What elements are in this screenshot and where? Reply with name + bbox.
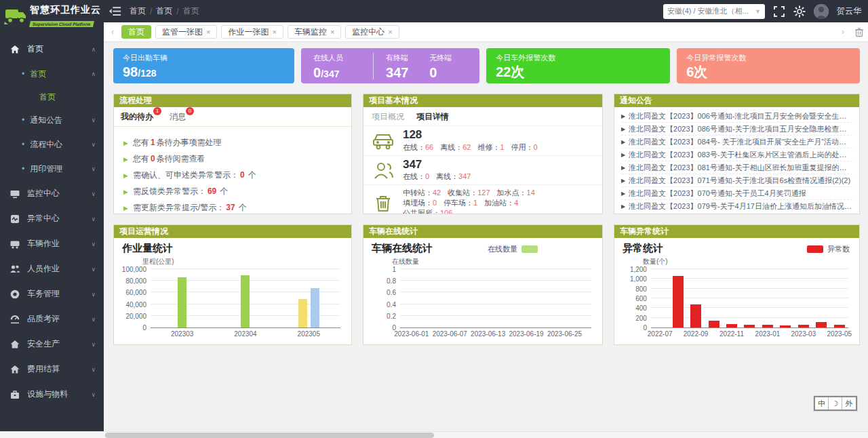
tab-scroll-left-icon[interactable]: ‹ [108, 27, 117, 37]
sidebar-item-人员作业[interactable]: 人员作业∨ [0, 256, 104, 281]
process-list: ▶您有1条待办事项需处理▶您有0条待阅需查看▶需确认、可申述类异常警示：0 个▶… [114, 127, 351, 214]
notice-list: ▶淮北同盈文【2023】006号通知-淮北项目五月安全例会暨安全生产月启动会…▶… [614, 107, 859, 214]
chart-x-tick: 2023-06-19 [509, 330, 543, 338]
chart-x-tick: 2023-06-13 [471, 330, 505, 338]
process-item[interactable]: ▶需更新类异常提示/警示：37 个 [123, 202, 342, 214]
chart-y-tick: 0.8 [387, 277, 396, 285]
process-item[interactable]: ▶需确认、可申述类异常警示：0 个 [123, 170, 342, 181]
sidebar-item-监控中心[interactable]: 监控中心∨ [0, 181, 104, 206]
org-select-dropdown[interactable]: 安徽(4) / 安徽淮北（相... ▼ [663, 4, 765, 19]
sidebar-item-品质考评[interactable]: 品质考评∨ [0, 306, 104, 332]
process-item[interactable]: ▶您有1条待办事项需处理 [123, 137, 342, 148]
logo-text-block: 智慧环卫作业云 Supervision Cloud Platform [30, 4, 101, 28]
fullscreen-icon[interactable] [773, 5, 785, 18]
caret-right-icon: ▶ [621, 139, 625, 145]
sidebar-item-首页[interactable]: •首页∧ [0, 62, 104, 86]
sidebar-item-用印管理[interactable]: •用印管理∨ [0, 157, 104, 181]
stat-card-3[interactable]: 今日异常报警次数6次 [677, 48, 860, 83]
sidebar-item-车务管理[interactable]: 车务管理∨ [0, 281, 104, 306]
chart-y-tick: 1 [392, 266, 396, 273]
stat-label: 在线人员 [313, 53, 370, 63]
stat-pair: 维修：1 [477, 143, 511, 151]
notice-item[interactable]: ▶淮北同盈文【2023】006号通知-淮北项目五月安全例会暨安全生产月启动会… [621, 110, 852, 123]
stat-card-2[interactable]: 今日车外报警次数22次 [486, 48, 670, 83]
tab-监控中心[interactable]: 监控中心× [345, 25, 399, 39]
caret-right-icon: ▶ [621, 165, 625, 171]
stat-pair: 填埋场：0 [403, 199, 443, 207]
notice-item[interactable]: ▶淮北同盈文【2023】079号-关于4月17日油价上涨通知后加油情况通报 [621, 200, 852, 213]
sidebar-collapse-icon[interactable] [109, 5, 123, 18]
user-avatar[interactable] [814, 4, 829, 19]
tab-scroll-right-icon[interactable]: › [838, 27, 848, 37]
horizontal-scrollbar-thumb[interactable] [105, 433, 434, 438]
username[interactable]: 贺云华 [837, 5, 861, 17]
stat-card-0[interactable]: 今日出勤车辆98/128 [113, 48, 294, 83]
tab-close-icon[interactable]: × [388, 28, 392, 36]
sidebar-item-流程中心[interactable]: •流程中心∨ [0, 132, 104, 157]
chart-gridline [651, 268, 848, 269]
process-tab-我的待办[interactable]: 我的待办1 [121, 111, 153, 126]
sidebar-item-异常中心[interactable]: 异常中心∨ [0, 206, 104, 231]
stat-value: 6次 [686, 65, 850, 79]
sidebar-item-设施与物料[interactable]: 设施与物料∨ [0, 382, 104, 407]
language-float-widget: 中☽外 [814, 396, 857, 411]
sidebar-item-通知公告[interactable]: •通知公告∨ [0, 108, 104, 132]
breadcrumb-separator: / [176, 7, 178, 16]
notice-item[interactable]: ▶淮北同盈文【2023】086号通知-关于淮北项目五月安全隐患检查情况通告 [621, 123, 852, 136]
breadcrumb-link[interactable]: 首页 [156, 5, 172, 17]
horizontal-scrollbar [0, 431, 868, 438]
badge-count: 1 [153, 107, 161, 115]
notice-item[interactable]: ▶淮北同盈文【2023】070号通知-关于员工4月奖罚通报 [621, 187, 852, 200]
facility-icon [9, 389, 20, 400]
tab-project-overview[interactable]: 项目概况 [372, 111, 404, 123]
stat-pair: 在线：0 [403, 172, 436, 180]
notice-item[interactable]: ▶淮北同盈文【2023】083号-关于杜集区东片区主管酒后上岗的处罚通告 [621, 148, 852, 161]
notice-item-text: 淮北同盈文【2023】079号-关于4月17日油价上涨通知后加油情况通报 [629, 201, 852, 212]
sidebar-item-label: 用印管理 [30, 163, 62, 175]
float-widget-button-2[interactable]: 外 [842, 397, 856, 410]
tab-车辆监控[interactable]: 车辆监控× [288, 25, 341, 39]
float-widget-button-0[interactable]: 中 [815, 397, 829, 410]
notice-item[interactable]: ▶淮北同盈文【2023】071号通知-关于淮北项目6s检查情况通报(2)(2) [621, 174, 852, 187]
tab-作业一张图[interactable]: 作业一张图× [221, 25, 283, 39]
chevron-down-icon: ∨ [91, 216, 96, 222]
vehicle-exception-chart: 异常统计数量(个)异常数02004006008001,0001,2002022-… [614, 238, 859, 344]
tab-close-icon[interactable]: × [272, 28, 276, 36]
notice-item-text: 淮北同盈文【2023】070号通知-关于员工4月奖罚通报 [629, 188, 806, 199]
stat-value: 22次 [496, 65, 660, 79]
notice-item[interactable]: ▶淮北同盈文【2023】084号- 关于淮北项目开展“安全生产月”活动的通知 [621, 136, 852, 148]
sidebar-item-安全生产[interactable]: 安全生产∨ [0, 332, 104, 357]
process-item[interactable]: ▶您有0条待阅需查看 [123, 153, 342, 165]
chart-bar [690, 304, 701, 327]
bullet-icon: • [22, 115, 24, 125]
float-widget-button-1[interactable]: ☽ [829, 397, 842, 410]
stat-label: 无终端 [429, 53, 467, 63]
chart-plot-area: 02004006008001,0001,2002022-072022-09202… [651, 269, 848, 328]
process-tab-消息[interactable]: 消息0 [170, 111, 186, 126]
sidebar-item-费用结算[interactable]: 费用结算∨ [0, 357, 104, 382]
notice-item-text: 淮北同盈文【2023】081号通知-关于相山区班长加班重复提报的通报 [629, 163, 852, 173]
sidebar-item-首页[interactable]: 首页 [0, 86, 104, 108]
tab-首页[interactable]: 首页 [121, 25, 151, 39]
process-item[interactable]: ▶需反馈类异常警示：69 个 [123, 186, 342, 197]
process-panel-body: 我的待办1消息0 ▶您有1条待办事项需处理▶您有0条待阅需查看▶需确认、可申述类… [114, 107, 351, 214]
stat-value: 347 [386, 66, 424, 79]
sidebar-item-label: 安全生产 [27, 338, 60, 350]
sidebar-item-首页[interactable]: 首页∧ [0, 37, 104, 62]
tab-close-icon[interactable]: × [330, 28, 334, 36]
chart-y-tick: 1,000 [630, 275, 647, 283]
stat-card-1[interactable]: 在线人员0/347有终端347无终端0 [301, 48, 479, 83]
breadcrumb-link[interactable]: 首页 [130, 5, 146, 17]
settings-gear-icon[interactable] [793, 5, 806, 18]
sidebar-item-label: 异常中心 [27, 213, 60, 224]
chart-y-tick: 0.4 [387, 300, 396, 308]
chart-bar [311, 288, 319, 327]
tab-actions: › [838, 27, 864, 37]
notice-item[interactable]: ▶淮北同盈文【2023】081号通知-关于相山区班长加班重复提报的通报 [621, 161, 852, 174]
tab-监管一张图[interactable]: 监管一张图× [155, 25, 217, 39]
close-all-tabs-trash-icon[interactable] [854, 27, 864, 37]
chevron-down-icon: ∨ [91, 291, 96, 298]
tab-project-detail[interactable]: 项目详情 [416, 111, 449, 123]
sidebar-item-车辆作业[interactable]: 车辆作业∨ [0, 231, 104, 256]
tab-close-icon[interactable]: × [206, 28, 210, 36]
